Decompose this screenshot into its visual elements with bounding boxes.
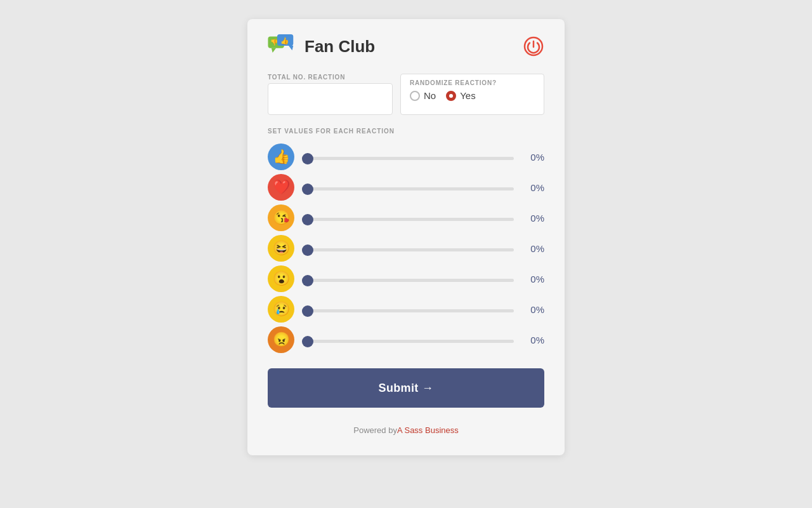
svg-text:👎: 👎 — [270, 38, 278, 46]
brand-link[interactable]: A Sass Business — [397, 425, 459, 435]
reaction-emoji-wow: 😮 — [268, 265, 294, 292]
svg-marker-1 — [272, 48, 276, 53]
app-logo-icon: 👍 👎 — [268, 34, 298, 58]
slider-container-like — [302, 151, 514, 163]
total-reaction-label: TOTAL NO. REACTION — [268, 74, 393, 81]
footer: Powered byA Sass Business — [268, 425, 544, 435]
section-label: SET VALUES FOR EACH REACTION — [268, 128, 544, 135]
reaction-emoji-love: ❤️ — [268, 174, 294, 201]
radio-yes-circle — [446, 91, 456, 101]
percent-sad: 0% — [521, 304, 544, 315]
percent-wow: 0% — [521, 274, 544, 284]
slider-angry[interactable] — [302, 340, 514, 343]
percent-haha: 0% — [521, 243, 544, 254]
svg-marker-3 — [289, 46, 293, 50]
percent-love: 0% — [521, 182, 544, 193]
main-card: 👍 👎 Fan Club TOTAL NO. REACTION RANDOMIZ… — [247, 19, 565, 455]
slider-like[interactable] — [302, 157, 514, 160]
power-icon — [523, 36, 544, 57]
form-row: TOTAL NO. REACTION RANDOMIZE REACTION? N… — [268, 74, 544, 115]
slider-haha[interactable] — [302, 248, 514, 251]
radio-options: No Yes — [410, 90, 535, 101]
percent-like: 0% — [521, 152, 544, 163]
app-title: Fan Club — [304, 37, 375, 57]
slider-care[interactable] — [302, 218, 514, 221]
slider-sad[interactable] — [302, 309, 514, 312]
slider-wow[interactable] — [302, 279, 514, 282]
reaction-row: 😮0% — [268, 265, 544, 292]
reaction-row: 😆0% — [268, 235, 544, 262]
submit-button[interactable]: Submit → — [268, 368, 544, 408]
reaction-emoji-sad: 😢 — [268, 296, 294, 323]
header-left: 👍 👎 Fan Club — [268, 34, 375, 58]
slider-container-sad — [302, 304, 514, 315]
radio-no-label: No — [424, 90, 436, 101]
randomize-label: RANDOMIZE REACTION? — [410, 79, 535, 86]
power-button[interactable] — [523, 36, 544, 57]
randomize-reaction-group: RANDOMIZE REACTION? No Yes — [400, 74, 544, 115]
submit-label: Submit → — [379, 382, 434, 395]
radio-yes-label: Yes — [460, 90, 475, 101]
svg-text:👍: 👍 — [280, 36, 289, 45]
reaction-emoji-haha: 😆 — [268, 235, 294, 262]
reactions-list: 👍0%❤️0%😘0%😆0%😮0%😢0%😠0% — [268, 144, 544, 353]
slider-container-love — [302, 182, 514, 193]
total-reaction-group: TOTAL NO. REACTION — [268, 74, 393, 115]
reaction-row: 😢0% — [268, 296, 544, 323]
powered-by-text: Powered by — [353, 425, 397, 435]
slider-container-angry — [302, 334, 514, 345]
radio-no-option[interactable]: No — [410, 90, 436, 101]
header: 👍 👎 Fan Club — [268, 34, 544, 58]
slider-container-care — [302, 212, 514, 224]
reaction-emoji-angry: 😠 — [268, 326, 294, 353]
reaction-row: ❤️0% — [268, 174, 544, 201]
radio-no-circle — [410, 91, 420, 101]
slider-container-haha — [302, 243, 514, 254]
reaction-emoji-like: 👍 — [268, 144, 294, 170]
reaction-row: 😠0% — [268, 326, 544, 353]
reaction-emoji-care: 😘 — [268, 204, 294, 231]
percent-angry: 0% — [521, 335, 544, 345]
reaction-row: 😘0% — [268, 204, 544, 231]
reaction-row: 👍0% — [268, 144, 544, 170]
slider-love[interactable] — [302, 187, 514, 190]
total-reaction-input[interactable] — [268, 83, 393, 115]
radio-yes-option[interactable]: Yes — [446, 90, 475, 101]
slider-container-wow — [302, 273, 514, 284]
percent-care: 0% — [521, 213, 544, 224]
